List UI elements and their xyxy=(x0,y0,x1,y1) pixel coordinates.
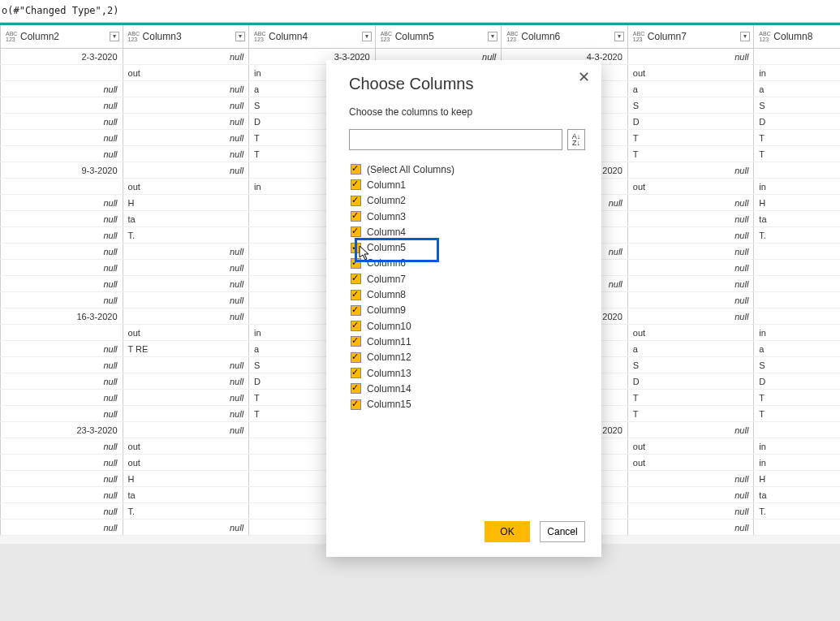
table-cell[interactable]: T xyxy=(627,406,754,422)
table-cell[interactable]: null xyxy=(1,244,123,260)
table-cell[interactable]: a xyxy=(754,81,840,97)
column-item-7[interactable]: Column7 xyxy=(349,271,585,287)
table-cell[interactable]: S xyxy=(754,357,840,373)
table-cell[interactable]: null xyxy=(1,390,123,406)
column-item-12[interactable]: Column12 xyxy=(349,350,585,365)
column-item-9[interactable]: Column9 xyxy=(349,303,585,318)
table-cell[interactable]: T xyxy=(627,130,754,146)
table-cell[interactable]: T RE xyxy=(123,341,249,357)
table-cell[interactable]: out xyxy=(123,455,249,471)
table-cell[interactable]: T xyxy=(754,406,840,422)
table-cell[interactable]: D xyxy=(627,114,754,130)
table-cell[interactable]: null xyxy=(123,114,249,130)
table-cell[interactable]: null xyxy=(627,276,754,292)
table-cell[interactable]: out xyxy=(123,179,249,195)
table-cell[interactable] xyxy=(1,179,123,195)
table-cell[interactable]: null xyxy=(1,373,123,390)
column-item-2[interactable]: Column2 xyxy=(349,193,585,209)
table-cell[interactable]: H xyxy=(123,471,249,487)
table-cell[interactable]: null xyxy=(754,520,840,536)
close-icon[interactable]: ✕ xyxy=(578,68,590,86)
table-cell[interactable]: S xyxy=(627,97,754,114)
table-cell[interactable]: in xyxy=(754,325,840,341)
table-cell[interactable]: null xyxy=(1,211,123,227)
select-all-columns[interactable]: (Select All Columns) xyxy=(349,162,585,177)
column-item-15[interactable]: Column15 xyxy=(349,396,585,412)
table-cell[interactable]: null xyxy=(123,357,249,373)
column-item-1[interactable]: Column1 xyxy=(349,177,585,192)
table-cell[interactable]: out xyxy=(123,65,249,81)
table-cell[interactable]: null xyxy=(123,406,249,422)
checkbox-icon[interactable] xyxy=(351,383,361,394)
table-cell[interactable]: null xyxy=(1,292,123,308)
table-cell[interactable]: null xyxy=(627,422,754,438)
table-cell[interactable]: in xyxy=(754,438,840,455)
table-cell[interactable]: null xyxy=(754,276,840,292)
column-search-input[interactable] xyxy=(349,129,562,150)
table-cell[interactable]: T. xyxy=(754,227,840,244)
table-cell[interactable]: T. xyxy=(123,503,249,520)
table-cell[interactable]: null xyxy=(1,260,123,276)
filter-dropdown-icon[interactable]: ▾ xyxy=(110,32,119,41)
table-cell[interactable]: null xyxy=(627,520,754,536)
filter-dropdown-icon[interactable]: ▾ xyxy=(614,32,624,41)
table-cell[interactable]: T xyxy=(754,390,840,406)
table-cell[interactable]: T xyxy=(627,146,754,162)
table-cell[interactable]: null xyxy=(1,455,123,471)
checkbox-icon[interactable] xyxy=(351,399,361,410)
table-cell[interactable]: null xyxy=(1,341,123,357)
checkbox-icon[interactable] xyxy=(351,352,361,363)
table-cell[interactable]: null xyxy=(1,81,123,97)
table-cell[interactable]: null xyxy=(123,276,249,292)
column-header[interactable]: ABC123Column2▾ xyxy=(1,24,123,49)
column-item-13[interactable]: Column13 xyxy=(349,365,585,381)
table-cell[interactable]: null xyxy=(754,260,840,276)
table-cell[interactable]: null xyxy=(123,146,249,162)
cancel-button[interactable]: Cancel xyxy=(540,521,585,542)
column-item-4[interactable]: Column4 xyxy=(349,224,585,239)
table-cell[interactable]: in xyxy=(754,455,840,471)
table-cell[interactable]: T. xyxy=(123,227,249,244)
table-cell[interactable]: null xyxy=(627,471,754,487)
filter-dropdown-icon[interactable]: ▾ xyxy=(362,32,372,41)
table-cell[interactable]: H xyxy=(123,195,249,211)
ok-button[interactable]: OK xyxy=(485,521,530,542)
table-cell[interactable]: null xyxy=(1,471,123,487)
table-cell[interactable]: null xyxy=(627,487,754,503)
table-cell[interactable]: null xyxy=(1,406,123,422)
table-cell[interactable]: S xyxy=(627,357,754,373)
table-cell[interactable]: ta xyxy=(123,211,249,227)
checkbox-icon[interactable] xyxy=(351,321,361,331)
table-cell[interactable]: D xyxy=(627,373,754,390)
checkbox-icon[interactable] xyxy=(351,164,361,175)
table-cell[interactable]: 9-3-2020 xyxy=(1,162,123,179)
column-item-6[interactable]: Column6 xyxy=(349,256,585,271)
table-cell[interactable]: null xyxy=(123,292,249,308)
column-item-8[interactable]: Column8 xyxy=(349,287,585,302)
table-cell[interactable]: null xyxy=(627,49,754,65)
table-cell[interactable]: H xyxy=(754,471,840,487)
table-cell[interactable]: 16-3-2020 xyxy=(1,308,123,325)
table-cell[interactable]: T xyxy=(754,146,840,162)
table-cell[interactable]: null xyxy=(627,260,754,276)
table-cell[interactable]: null xyxy=(1,146,123,162)
checkbox-icon[interactable] xyxy=(351,243,361,253)
formula-bar[interactable]: o(#"Changed Type",2) xyxy=(0,0,840,23)
table-cell[interactable]: null xyxy=(1,195,123,211)
table-cell[interactable]: null xyxy=(627,244,754,260)
checkbox-icon[interactable] xyxy=(351,305,361,316)
table-cell[interactable]: null xyxy=(1,503,123,520)
table-cell[interactable]: 23-3-2020 xyxy=(1,422,123,438)
table-cell[interactable]: null xyxy=(123,130,249,146)
column-item-11[interactable]: Column11 xyxy=(349,334,585,349)
table-cell[interactable]: out xyxy=(627,179,754,195)
table-cell[interactable]: out xyxy=(123,325,249,341)
table-cell[interactable]: null xyxy=(123,422,249,438)
table-cell[interactable]: null xyxy=(1,520,123,536)
checkbox-icon[interactable] xyxy=(351,226,361,237)
table-cell[interactable]: null xyxy=(1,130,123,146)
table-cell[interactable]: ta xyxy=(123,487,249,503)
sort-az-button[interactable]: A↓Z↓ xyxy=(567,129,585,150)
table-cell[interactable]: null xyxy=(1,97,123,114)
filter-dropdown-icon[interactable]: ▾ xyxy=(488,32,498,41)
